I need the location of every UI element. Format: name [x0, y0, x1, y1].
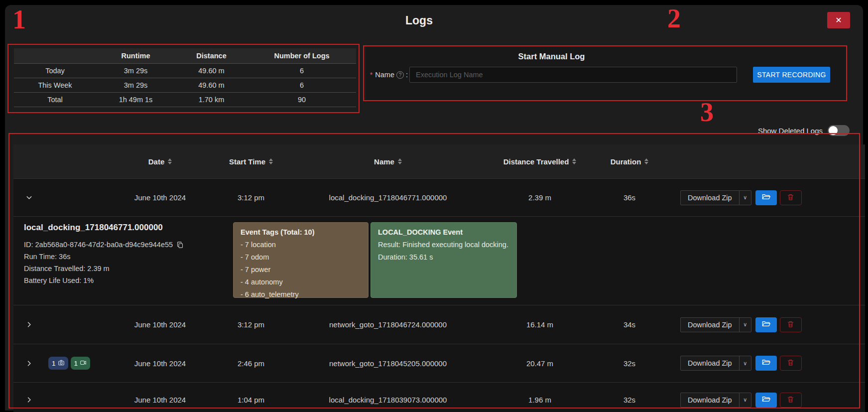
dropdown-caret-icon[interactable]: ∨ [739, 393, 751, 407]
log-name: local_docking_1718046771.000000 [276, 193, 500, 202]
sort-icon[interactable] [269, 158, 273, 164]
table-row[interactable]: June 10th 2024 1:04 pm local_docking_171… [13, 382, 865, 412]
video-camera-icon [80, 359, 87, 368]
dropdown-caret-icon[interactable]: ∨ [739, 356, 751, 370]
camera-icon [58, 359, 65, 368]
log-name-input[interactable] [409, 67, 737, 83]
summary-row-total: Total 1h 49m 1s 1.70 km 90 [14, 93, 356, 107]
summary-distance: 1.70 km [175, 96, 248, 104]
download-zip-button[interactable]: Download Zip ∨ [680, 393, 751, 408]
column-header-name[interactable]: Name [276, 157, 500, 166]
event-tag-item: - 7 location [241, 239, 361, 251]
dropdown-caret-icon[interactable]: ∨ [739, 318, 751, 332]
log-distance: 16.14 m [500, 320, 580, 329]
log-run-time: Run Time: 36s [24, 251, 184, 263]
delete-log-button[interactable] [780, 190, 802, 205]
folder-open-icon [761, 358, 771, 369]
summary-header-num-logs: Number of Logs [248, 52, 356, 60]
chevron-right-icon[interactable] [25, 360, 33, 367]
log-start-time: 3:12 pm [226, 320, 276, 329]
sort-icon[interactable] [398, 158, 402, 164]
trash-icon [786, 395, 795, 405]
local-docking-event-box: LOCAL_DOCKING Event Result: Finished exe… [371, 222, 517, 298]
open-folder-button[interactable] [755, 317, 777, 332]
sort-icon[interactable] [644, 158, 648, 164]
copy-icon[interactable] [176, 241, 184, 249]
sort-icon[interactable] [168, 158, 172, 164]
event-title: LOCAL_DOCKING Event [378, 226, 509, 239]
event-result: Result: Finished executing local docking… [378, 239, 509, 251]
open-folder-button[interactable] [755, 393, 777, 408]
page-title: Logs [5, 14, 833, 27]
manual-log-form: * Name ? : START RECORDING [366, 67, 847, 83]
video-count-badge: 1 [71, 357, 91, 370]
log-distance: 20.47 m [500, 359, 580, 368]
trash-icon [786, 193, 795, 203]
download-zip-button[interactable]: Download Zip ∨ [680, 356, 751, 371]
log-start-time: 1:04 pm [226, 396, 276, 404]
label-colon: : [406, 71, 408, 79]
log-name: network_goto_1718046724.000000 [276, 320, 500, 329]
chevron-down-icon[interactable] [25, 194, 33, 201]
required-asterisk: * [370, 71, 372, 79]
summary-label: Total [14, 96, 96, 104]
name-label-text: Name [375, 71, 394, 79]
photo-count-badge: 1 [48, 357, 68, 370]
delete-log-button[interactable] [780, 317, 802, 332]
show-deleted-toggle[interactable] [828, 125, 850, 136]
summary-logs: 90 [248, 96, 356, 104]
log-distance: 1.96 m [500, 396, 580, 404]
start-manual-log-panel: Start Manual Log * Name ? : START RECORD… [366, 47, 847, 102]
chevron-right-icon[interactable] [25, 321, 33, 328]
summary-runtime: 1h 49m 1s [96, 96, 175, 104]
log-battery-used: Battery Life Used: 1% [24, 275, 184, 286]
summary-runtime: 3m 29s [96, 81, 175, 89]
summary-logs: 6 [248, 81, 356, 89]
log-duration: 32s [580, 396, 679, 404]
log-name: network_goto_1718045205.000000 [276, 359, 500, 368]
summary-row-today: Today 3m 29s 49.60 m 6 [14, 64, 356, 78]
download-zip-button[interactable]: Download Zip ∨ [680, 190, 751, 205]
event-tag-item: - 7 odom [241, 251, 361, 264]
column-header-distance[interactable]: Distance Travelled [500, 157, 580, 166]
log-name: local_docking_1718039073.000000 [276, 396, 500, 404]
download-zip-button[interactable]: Download Zip ∨ [680, 317, 751, 332]
log-date: June 10th 2024 [94, 396, 226, 404]
table-row[interactable]: June 10th 2024 3:12 pm network_goto_1718… [13, 305, 865, 344]
expanded-log-title: local_docking_1718046771.000000 [24, 223, 163, 233]
summary-header-runtime: Runtime [96, 52, 175, 60]
folder-open-icon [761, 395, 771, 406]
delete-log-button[interactable] [780, 393, 802, 408]
close-icon: ✕ [835, 16, 842, 24]
delete-log-button[interactable] [780, 356, 802, 371]
column-header-date[interactable]: Date [94, 157, 226, 166]
event-tags-title: Event Tags (Total: 10) [241, 226, 361, 239]
log-date: June 10th 2024 [94, 320, 226, 329]
close-button[interactable]: ✕ [827, 12, 850, 28]
open-folder-button[interactable] [755, 190, 777, 205]
summary-distance: 49.60 m [175, 81, 248, 89]
event-tags-box: Event Tags (Total: 10) - 7 location - 7 … [233, 222, 369, 298]
chevron-right-icon[interactable] [25, 396, 33, 404]
start-recording-button[interactable]: START RECORDING [753, 67, 830, 83]
logs-dialog: Logs ✕ Runtime Distance Number of Logs T… [5, 5, 863, 411]
log-duration: 36s [580, 193, 679, 202]
log-duration: 32s [580, 359, 679, 368]
summary-logs: 6 [248, 67, 356, 75]
trash-icon [786, 358, 795, 368]
logs-table-header: Date Start Time Name Distance Travelled … [13, 144, 865, 178]
sort-icon[interactable] [572, 158, 576, 164]
show-deleted-label: Show Deleted Logs [758, 127, 823, 135]
log-distance-travelled: Distance Travelled: 2.39 m [24, 263, 184, 275]
folder-open-icon [761, 319, 771, 330]
open-folder-button[interactable] [755, 356, 777, 371]
column-header-duration[interactable]: Duration [580, 157, 679, 166]
question-circle-icon[interactable]: ? [396, 71, 404, 79]
log-date: June 10th 2024 [94, 359, 226, 368]
table-row[interactable]: June 10th 2024 3:12 pm local_docking_171… [13, 178, 865, 216]
dropdown-caret-icon[interactable]: ∨ [739, 191, 751, 205]
table-row[interactable]: 1 1 June 10th 2024 2:46 pm network_goto_… [13, 344, 865, 382]
column-header-start-time[interactable]: Start Time [226, 157, 276, 166]
log-date: June 10th 2024 [94, 193, 226, 202]
log-start-time: 3:12 pm [226, 193, 276, 202]
